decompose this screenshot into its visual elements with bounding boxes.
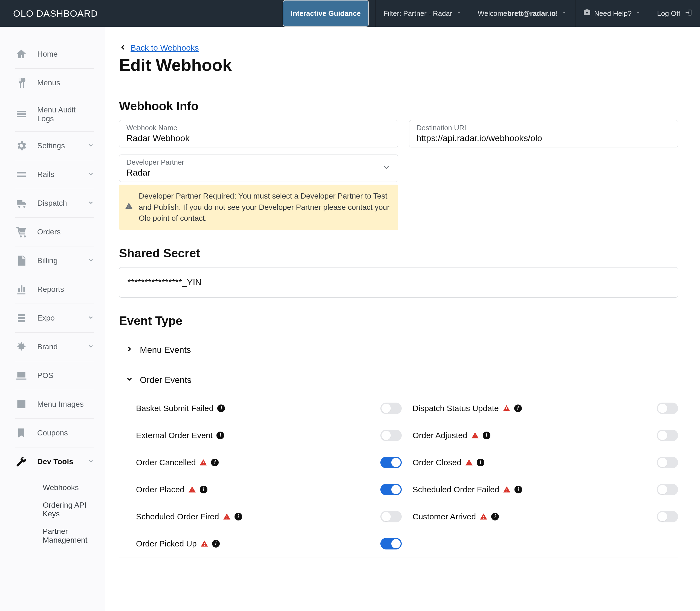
back-to-webhooks-link[interactable]: Back to Webhooks xyxy=(131,43,199,53)
sidebar-item-settings[interactable]: Settings xyxy=(15,132,94,160)
event-toggle[interactable] xyxy=(657,484,678,495)
sidebar-item-menu-images[interactable]: Menu Images xyxy=(15,390,94,419)
info-icon[interactable]: i xyxy=(483,432,491,439)
chevron-down-icon xyxy=(88,343,94,351)
info-icon[interactable]: i xyxy=(491,513,499,520)
event-row-customer-arrived: Customer Arrivedi xyxy=(413,503,679,530)
sidebar-subitem-partner-management[interactable]: Partner Management xyxy=(32,523,94,549)
event-label: External Order Eventi xyxy=(136,431,224,440)
bookmark-icon xyxy=(15,427,27,439)
caret-down-icon xyxy=(456,9,462,18)
menu-events-toggle[interactable]: Menu Events xyxy=(119,335,678,365)
info-icon[interactable]: i xyxy=(514,486,522,493)
warning-icon xyxy=(471,432,479,439)
sidebar-item-rails[interactable]: Rails xyxy=(15,160,94,189)
interactive-guidance-button[interactable]: Interactive Guidance xyxy=(283,0,369,27)
event-toggle[interactable] xyxy=(380,403,402,414)
warning-icon xyxy=(125,202,133,213)
need-help-dropdown[interactable]: Need Help? xyxy=(575,0,649,27)
chevron-down-icon xyxy=(88,199,94,207)
section-webhook-info: Webhook Info xyxy=(119,99,678,113)
info-icon[interactable]: i xyxy=(217,404,225,412)
sidebar-item-orders[interactable]: Orders xyxy=(15,218,94,247)
event-label: Basket Submit Failedi xyxy=(136,404,225,413)
event-toggle[interactable] xyxy=(380,457,402,468)
event-label: Dispatch Status Updatei xyxy=(413,404,522,413)
warning-icon xyxy=(503,486,511,493)
event-type-groups: Menu Events Order Events Basket Submit F… xyxy=(119,335,678,557)
sidebar-item-label: Menu Images xyxy=(37,400,94,408)
help-icon xyxy=(583,9,591,18)
info-icon[interactable]: i xyxy=(212,540,220,548)
info-icon[interactable]: i xyxy=(234,513,242,520)
event-row-scheduled-order-failed: Scheduled Order Failedi xyxy=(413,476,679,503)
need-help-label: Need Help? xyxy=(594,9,631,18)
bar-icon xyxy=(15,283,27,295)
order-events-group: Order Events Basket Submit FailediExtern… xyxy=(119,365,678,557)
sidebar-item-menus[interactable]: Menus xyxy=(15,69,94,98)
event-toggle[interactable] xyxy=(380,430,402,441)
event-label: Customer Arrivedi xyxy=(413,512,499,521)
sidebar-item-label: Brand xyxy=(37,342,88,351)
sidebar-item-dev-tools[interactable]: Dev Tools xyxy=(15,447,94,476)
section-event-type: Event Type xyxy=(119,314,678,328)
sidebar-item-expo[interactable]: Expo xyxy=(15,304,94,332)
event-row-order-closed: Order Closedi xyxy=(413,449,679,476)
info-icon[interactable]: i xyxy=(211,459,219,466)
sidebar-item-reports[interactable]: Reports xyxy=(15,275,94,304)
warning-icon xyxy=(200,459,207,466)
destination-url-label: Destination URL xyxy=(417,124,671,132)
event-toggle[interactable] xyxy=(380,538,402,550)
developer-partner-select[interactable]: Developer Partner Radar xyxy=(119,154,398,182)
sidebar-item-label: Reports xyxy=(37,285,94,294)
notice-text: Developer Partner Required: You must sel… xyxy=(139,192,390,222)
sidebar-subitem-webhooks[interactable]: Webhooks xyxy=(32,479,94,496)
sidebar-item-pos[interactable]: POS xyxy=(15,361,94,390)
sidebar-item-dispatch[interactable]: Dispatch xyxy=(15,189,94,218)
destination-url-field[interactable]: Destination URL xyxy=(409,120,678,147)
info-icon[interactable]: i xyxy=(200,486,207,493)
event-label: Order Closedi xyxy=(413,458,484,467)
event-label: Scheduled Order Firedi xyxy=(136,512,242,521)
event-label: Order Picked Upi xyxy=(136,539,220,548)
destination-url-input[interactable] xyxy=(417,133,671,143)
sidebar-item-label: Settings xyxy=(37,141,88,150)
chevron-down-icon xyxy=(88,314,94,322)
chevron-down-icon xyxy=(88,142,94,150)
welcome-user: brett@radar.io xyxy=(507,9,556,18)
info-icon[interactable]: i xyxy=(217,432,224,439)
sidebar-item-coupons[interactable]: Coupons xyxy=(15,419,94,447)
event-toggle[interactable] xyxy=(380,484,402,495)
sidebar-item-billing[interactable]: Billing xyxy=(15,247,94,275)
event-toggle[interactable] xyxy=(657,511,678,522)
section-shared-secret: Shared Secret xyxy=(119,247,678,260)
webhook-name-input[interactable] xyxy=(127,133,391,143)
event-toggle[interactable] xyxy=(380,511,402,522)
event-toggle[interactable] xyxy=(657,403,678,414)
sidebar-item-label: Coupons xyxy=(37,429,94,437)
sidebar-item-menu-audit-logs[interactable]: Menu Audit Logs xyxy=(15,98,94,132)
event-label: Order Adjustedi xyxy=(413,431,491,440)
welcome-suffix: ! xyxy=(556,9,558,18)
sidebar-item-brand[interactable]: Brand xyxy=(15,332,94,361)
filter-dropdown[interactable]: Filter: Partner - Radar xyxy=(376,0,470,27)
filter-label: Filter: Partner - Radar xyxy=(383,9,452,18)
warning-icon xyxy=(465,459,473,466)
expo-icon xyxy=(15,312,27,324)
event-row-scheduled-order-fired: Scheduled Order Firedi xyxy=(136,503,402,530)
info-icon[interactable]: i xyxy=(477,459,484,466)
webhook-name-field[interactable]: Webhook Name xyxy=(119,120,398,147)
sidebar-subitem-ordering-api-keys[interactable]: Ordering API Keys xyxy=(32,496,94,523)
webhook-name-label: Webhook Name xyxy=(127,124,391,132)
event-toggle[interactable] xyxy=(657,457,678,468)
chevron-left-icon xyxy=(119,44,127,52)
event-row-basket-submit-failed: Basket Submit Failedi xyxy=(136,395,402,422)
welcome-dropdown[interactable]: Welcome brett@radar.io ! xyxy=(470,0,575,27)
event-row-order-cancelled: Order Cancelledi xyxy=(136,449,402,476)
info-icon[interactable]: i xyxy=(514,404,522,412)
sidebar-item-home[interactable]: Home xyxy=(15,40,94,69)
order-events-toggle[interactable]: Order Events xyxy=(119,365,678,395)
list-icon xyxy=(15,108,27,120)
event-toggle[interactable] xyxy=(657,430,678,441)
log-off-link[interactable]: Log Off xyxy=(650,0,700,27)
